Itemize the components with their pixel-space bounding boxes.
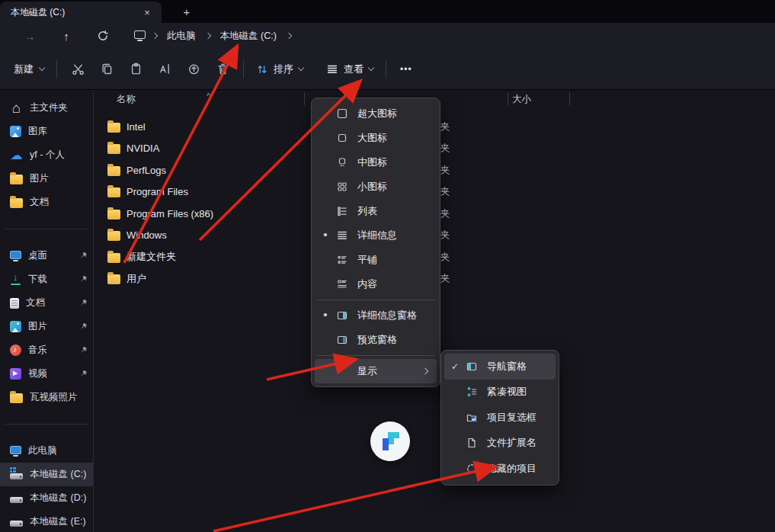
sidebar-item-music[interactable]: 音乐 — [0, 338, 93, 362]
content-view-icon — [336, 278, 348, 290]
pictures-icon — [10, 321, 21, 332]
navigation-bar: → ↑ 此电脑 本地磁盘 (C:) — [0, 23, 775, 49]
up-icon[interactable]: ↑ — [55, 30, 78, 43]
menu-item-small-icons[interactable]: 小图标 — [315, 175, 437, 199]
sidebar-item-local-disk-d[interactable]: 本地磁盘 (D:) — [0, 486, 93, 510]
medium-icons-icon — [336, 156, 348, 168]
folder-icon — [10, 393, 23, 403]
menu-item-list[interactable]: 列表 — [315, 199, 437, 223]
folder-icon — [107, 231, 120, 241]
sidebar-item-gallery[interactable]: 图库 — [0, 120, 93, 143]
tab-title: 本地磁盘 (C:) — [11, 6, 134, 19]
sidebar-item-local-disk-c[interactable]: 本地磁盘 (C:) — [0, 463, 93, 486]
column-header-size[interactable]: 大小 — [512, 93, 531, 106]
menu-item-details[interactable]: • 详细信息 — [315, 223, 437, 248]
details-view-icon — [336, 229, 348, 242]
sidebar-item-home[interactable]: 主文件夹 — [0, 96, 93, 120]
this-pc-icon — [134, 30, 146, 39]
preview-pane-icon — [336, 334, 348, 346]
sidebar-item-video-photos-folder[interactable]: 瓦视频照片 — [0, 386, 93, 409]
column-divider[interactable] — [569, 92, 570, 105]
menu-item-preview-pane[interactable]: 预览窗格 — [315, 328, 437, 352]
toolbar-divider — [56, 60, 57, 79]
view-button[interactable]: 查看 — [320, 58, 379, 81]
hidden-items-icon — [466, 463, 478, 475]
drive-icon — [10, 497, 23, 503]
details-pane-icon — [336, 309, 348, 322]
view-menu: 超大图标 大图标 中图标 小图标 列表 • 详细信息 — [311, 98, 440, 387]
folder-icon — [107, 210, 120, 220]
selected-bullet-icon: • — [323, 308, 327, 321]
todesk-glyph — [379, 430, 402, 453]
menu-item-large-icons[interactable]: 大图标 — [315, 126, 437, 150]
share-button[interactable] — [179, 56, 208, 82]
submenu-item-compact-view[interactable]: 紧凑视图 — [444, 380, 556, 405]
sort-button[interactable]: 排序 — [250, 58, 309, 81]
cut-button[interactable] — [63, 56, 92, 82]
folder-icon — [10, 198, 23, 208]
close-icon[interactable]: × — [140, 5, 154, 19]
folder-icon — [107, 123, 120, 133]
submenu-item-hidden-items[interactable]: 隐藏的项目 — [444, 456, 556, 482]
menu-item-medium-icons[interactable]: 中图标 — [315, 150, 437, 175]
menu-item-details-pane[interactable]: • 详细信息窗格 — [315, 303, 437, 328]
breadcrumb-local-disk-c[interactable]: 本地磁盘 (C:) — [217, 28, 280, 44]
view-icon — [326, 63, 338, 75]
paste-button[interactable] — [121, 56, 150, 82]
folder-icon — [107, 253, 120, 263]
check-icon: ✓ — [449, 361, 461, 372]
pin-icon — [80, 370, 88, 377]
breadcrumb-this-pc[interactable]: 此电脑 — [164, 28, 199, 44]
sidebar-item-onedrive[interactable]: yf - 个人 — [0, 143, 93, 167]
new-button[interactable]: 新建 — [8, 58, 50, 81]
sidebar-item-this-pc[interactable]: 此电脑 — [0, 439, 93, 463]
view-button-label: 查看 — [344, 62, 363, 76]
paste-icon — [130, 62, 143, 75]
new-tab-button[interactable]: + — [178, 4, 195, 19]
sidebar-divider — [5, 229, 88, 229]
toolbar-divider — [243, 60, 244, 79]
refresh-icon[interactable] — [91, 30, 114, 42]
sidebar-item-documents-folder[interactable]: 文档 — [0, 191, 93, 214]
sidebar-divider — [5, 424, 88, 425]
chevron-right-icon — [152, 33, 158, 39]
sidebar-item-videos[interactable]: 视频 — [0, 362, 93, 386]
chevron-right-icon — [286, 33, 292, 39]
rename-button[interactable] — [150, 56, 179, 82]
sidebar-item-downloads[interactable]: 下载 — [0, 268, 93, 291]
tiles-view-icon — [336, 254, 348, 266]
sort-icon — [256, 63, 268, 75]
menu-item-content[interactable]: 内容 — [315, 272, 437, 296]
file-extensions-icon — [466, 437, 478, 449]
file-explorer-window: 本地磁盘 (C:) × + → ↑ 此电脑 本地磁盘 (C:) 新建 — [0, 0, 775, 532]
sidebar-item-local-disk-e[interactable]: 本地磁盘 (E:) — [0, 510, 93, 532]
delete-button[interactable] — [208, 56, 237, 82]
document-icon — [10, 298, 19, 309]
submenu-item-file-extensions[interactable]: 文件扩展名 — [444, 431, 556, 457]
sidebar-item-documents[interactable]: 文档 — [0, 291, 93, 315]
menu-item-show[interactable]: 显示 — [315, 359, 437, 383]
menu-item-extra-large-icons[interactable]: 超大图标 — [315, 101, 437, 126]
column-divider[interactable] — [304, 92, 305, 105]
sidebar-item-desktop[interactable]: 桌面 — [0, 244, 93, 268]
explorer-tab[interactable]: 本地磁盘 (C:) × — [0, 2, 162, 23]
breadcrumb: 此电脑 本地磁盘 (C:) — [134, 28, 291, 44]
menu-item-tiles[interactable]: 平铺 — [315, 248, 437, 272]
copy-icon — [101, 62, 114, 75]
column-header-name[interactable]: 名称 — [117, 93, 136, 106]
folder-icon — [107, 274, 120, 284]
column-divider[interactable] — [508, 92, 508, 105]
submenu-item-navigation-pane[interactable]: ✓ 导航窗格 — [444, 354, 556, 380]
submenu-item-item-checkboxes[interactable]: 项目复选框 — [444, 405, 556, 431]
sidebar-item-pictures-folder[interactable]: 图片 — [0, 167, 93, 191]
video-icon — [10, 368, 21, 380]
selected-bullet-icon: • — [323, 228, 327, 241]
extra-large-icons-icon — [336, 107, 348, 120]
more-options-button[interactable]: ••• — [392, 59, 420, 79]
forward-icon[interactable]: → — [18, 30, 41, 43]
large-icons-icon — [336, 132, 348, 144]
cut-icon — [72, 62, 85, 75]
sidebar-item-pictures[interactable]: 图片 — [0, 315, 93, 338]
copy-button[interactable] — [92, 56, 121, 82]
pin-icon — [80, 346, 88, 354]
